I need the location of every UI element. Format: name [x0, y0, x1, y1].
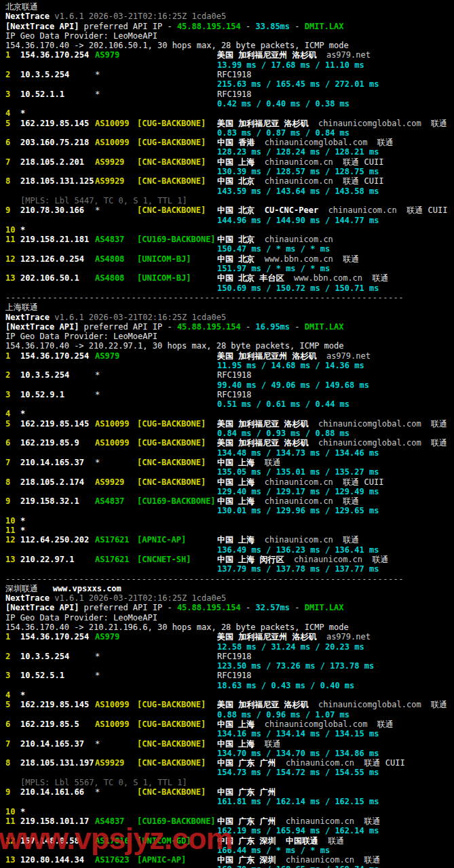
latency-values: 137.79 ms / 137.78 ms / 137.77 ms [217, 564, 379, 574]
hop-number: 2 [5, 70, 20, 79]
geo-isp: 联通 [373, 273, 389, 283]
api-ip: 45.88.195.154 [177, 603, 241, 612]
hop-number: 6 [5, 138, 20, 147]
hop-row: 13202.106.50.1AS4808[UNICOM-BJ]中国 北京 丰台区… [5, 273, 454, 283]
hop-ip: 203.160.75.218 [20, 138, 95, 147]
mpls-text: [MPLS: Lbl 5447, TC 0, S 1, TTL 1] [20, 196, 187, 205]
hop-asn: AS9929 [95, 758, 137, 768]
geo-hostname: chinaunicomglobal.com [318, 419, 421, 429]
hop-latency: 130.39 ms / 128.57 ms / 128.75 ms [5, 167, 454, 176]
hop-number: 10 [5, 516, 20, 526]
geo-location: 美国 加利福尼亚 洛杉矶 [217, 438, 308, 448]
geo-location: 中国 北京 丰台区 [217, 273, 284, 283]
geo-hostname: www.bbn.com.cn [294, 273, 362, 283]
latency-values: 134.16 ms / 134.14 ms / 134.15 ms [217, 729, 379, 738]
hop-number: 7 [5, 157, 20, 167]
hop-number: 10 [5, 225, 20, 235]
api-latency: 16.95ms [255, 322, 290, 332]
hop-asn: AS17621 [95, 535, 137, 545]
geo-isp: 联通 [265, 458, 281, 467]
geo-location: 中国 北京 [217, 235, 254, 244]
hop-row: 13120.80.144.34AS17623[APNIC-AP]中国 广东 深圳… [5, 855, 454, 865]
geo-hostname: chinaunicomglobal.com [318, 700, 421, 709]
hop-asn: AS9929 [95, 176, 137, 186]
geo-isp: RFC1918 [217, 652, 252, 661]
hop-row: 11* [5, 526, 454, 535]
hop-latency: 0.51 ms / 0.61 ms / 0.44 ms [5, 399, 454, 409]
hop-ip: 10.52.9.1 [20, 390, 95, 399]
hop-row: 5162.219.85.145AS10099[CUG-BACKBONE]美国 加… [5, 119, 454, 128]
latency-values: 151.97 ms / * ms / * ms [217, 264, 330, 273]
latency-values: 143.59 ms / 143.64 ms / 143.58 ms [217, 186, 379, 196]
hop-asn: AS4837 [95, 496, 137, 506]
hop-ip: 218.105.131.125 [20, 176, 95, 186]
geo-hostname: as979.net [326, 632, 371, 642]
hop-ip: * [20, 807, 95, 816]
geo-location: 美国 加利福尼亚州 洛杉矶 [217, 632, 316, 642]
hop-row: 10* [5, 516, 454, 526]
hop-row: 9210.78.30.166*[CNC-BACKBONE]中国 北京 CU-CN… [5, 205, 454, 215]
hop-ip: 154.36.170.254 [20, 50, 95, 60]
hop-ip: 219.158.21.181 [20, 235, 95, 244]
hop-asn: * [95, 787, 137, 797]
api-node: DMIT.LAX [305, 603, 344, 612]
geo-provider-line: IP Geo Data Provider: LeoMoeAPI [5, 332, 454, 341]
latency-values: 134.70 ms / 134.70 ms / 134.86 ms [217, 749, 379, 758]
hop-number: 11 [5, 235, 20, 244]
hop-ip: 210.14.165.37 [20, 458, 95, 467]
hop-row: 9219.158.32.1AS4837[CU169-BACKBONE]中国 上海… [5, 496, 454, 506]
geo-hostname: chinaunicomglobal.com [318, 438, 421, 448]
latency-values: 11.95 ms / 14.68 ms / 14.36 ms [217, 361, 364, 370]
hop-latency: 134.16 ms / 134.14 ms / 134.15 ms [5, 729, 454, 738]
hop-number: 1 [5, 50, 20, 60]
hop-number: 8 [5, 176, 20, 186]
api-info-line: [NextTrace API] preferred API IP - 45.88… [5, 22, 454, 31]
hop-latency: 134.48 ms / 134.73 ms / 134.46 ms [5, 448, 454, 458]
geo-isp: 联通 CUII [364, 758, 405, 768]
hop-asn: AS17621 [95, 555, 137, 564]
geo-isp: 联通 [265, 739, 281, 749]
hop-ip: 210.14.165.37 [20, 739, 95, 749]
hop-number: 4 [5, 108, 20, 118]
version-text: v1.6.1 2026-03-21T02:16:25Z 1cda0e5 [50, 313, 226, 322]
route-text: 154.36.170.40 -> 210.22.97.1, 30 hops ma… [5, 341, 344, 351]
hop-row: 210.3.5.254*RFC1918 [5, 370, 454, 380]
geo-location: 中国 香港 [217, 138, 254, 147]
hop-latency: 99.40 ms / 49.06 ms / 149.68 ms [5, 380, 454, 390]
app-name: NextTrace [5, 593, 50, 603]
mpls-info: [MPLS: Lbl 5447, TC 0, S 1, TTL 1] [5, 196, 454, 205]
section-title-note: www.vpsxxs.com [38, 584, 121, 593]
hop-latency: 12.58 ms / 31.24 ms / 20.23 ms [5, 642, 454, 652]
hop-number: 12 [5, 254, 20, 264]
hop-number: 13 [5, 555, 20, 564]
hop-network-tag: [CUG-BACKBONE] [137, 138, 217, 147]
hop-row: 5162.219.85.145AS10099[CUG-BACKBONE]美国 加… [5, 419, 454, 429]
geo-provider-line: IP Geo Data Provider: LeoMoeAPI [5, 613, 454, 623]
hop-row: 8218.105.131.125AS9929[CNC-BACKBONE]中国 北… [5, 176, 454, 186]
hop-row: 310.52.9.1*RFC1918 [5, 390, 454, 399]
hop-ip: 210.22.97.1 [20, 555, 95, 564]
geo-location: 美国 加利福尼亚 洛杉矶 [217, 419, 308, 429]
geo-hostname: www.bbn.com.cn [265, 254, 333, 264]
latency-values: 135.05 ms / 135.01 ms / 135.27 ms [217, 467, 379, 477]
latency-values: 129.40 ms / 129.17 ms / 129.49 ms [217, 487, 379, 496]
hop-asn: AS4837 [95, 235, 137, 244]
latency-values: 0.83 ms / 0.87 ms / 0.84 ms [217, 128, 349, 138]
hop-asn: AS10099 [95, 419, 137, 429]
hop-row: 10* [5, 225, 454, 235]
latency-values: 134.48 ms / 134.73 ms / 134.46 ms [217, 448, 379, 458]
api-latency: 33.85ms [255, 22, 290, 31]
hop-network-tag: [CNC-BACKBONE] [137, 157, 217, 167]
api-info-line: [NextTrace API] preferred API IP - 45.88… [5, 603, 454, 612]
section-title-text: 上海联通 [5, 302, 38, 312]
hop-number: 5 [5, 700, 20, 709]
hop-row: 9210.14.161.66*[CNC-BACKBONE]中国 广东 广州 [5, 787, 454, 797]
geo-location: 中国 广东 广州 [217, 787, 276, 797]
geo-isp: 联通 [431, 119, 447, 128]
geo-location: 中国 上海 闵行区 [217, 555, 284, 564]
hop-network-tag: [CNCNET-SH] [137, 555, 217, 564]
geo-isp: 联通 CUII [343, 176, 383, 186]
hop-ip: 219.158.32.1 [20, 496, 95, 506]
latency-values: 130.39 ms / 128.57 ms / 128.75 ms [217, 167, 379, 176]
hop-asn: AS17623 [95, 855, 137, 865]
